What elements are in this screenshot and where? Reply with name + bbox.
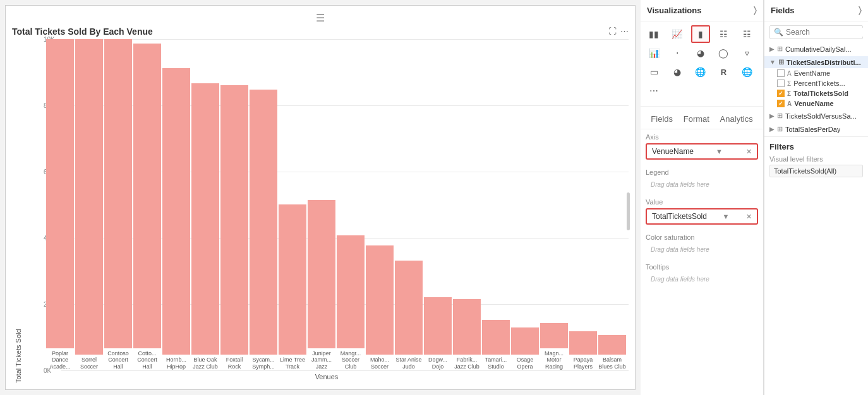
fields-panel-arrow[interactable]: 〉: [859, 5, 862, 16]
viz-more-icon[interactable]: ⋯: [644, 82, 663, 100]
bar-col[interactable]: Blue Oak Jazz Club: [191, 39, 219, 370]
viz-matrix-icon[interactable]: ☷: [737, 25, 756, 43]
bar[interactable]: [308, 200, 335, 348]
axis-field-close[interactable]: ✕: [746, 148, 752, 156]
bar[interactable]: [250, 90, 277, 355]
bar-col[interactable]: Mangr... Soccer Club: [337, 39, 365, 370]
bar[interactable]: [511, 327, 539, 355]
field-item[interactable]: ✓AVenueName: [764, 98, 868, 109]
viz-r-icon[interactable]: R: [714, 63, 733, 81]
bar[interactable]: [569, 331, 597, 355]
bar-col[interactable]: Hornb... HipHop: [162, 39, 190, 370]
viz-area-icon[interactable]: 📊: [644, 44, 663, 62]
bar-label: Hornb... HipHop: [162, 357, 190, 370]
bar[interactable]: [191, 83, 219, 355]
bar-col[interactable]: Maho... Soccer: [366, 39, 394, 370]
viz-card-icon[interactable]: ▭: [644, 63, 663, 81]
viz-table-icon[interactable]: ☷: [714, 25, 733, 43]
bar-col[interactable]: Cotto... Concert Hall: [133, 39, 161, 370]
more-options-icon[interactable]: ⋯: [620, 27, 629, 36]
field-item[interactable]: ✓ΣTotalTicketsSold: [764, 88, 868, 98]
field-item-label: EventName: [794, 69, 830, 77]
bar-col[interactable]: Tamari... Studio: [482, 39, 510, 370]
bar[interactable]: [424, 297, 452, 355]
bar[interactable]: [279, 204, 306, 355]
field-type-icon: A: [787, 100, 792, 107]
bar-col[interactable]: Lime Tree Track: [279, 39, 306, 370]
bar-col[interactable]: Contoso Concert Hall: [104, 39, 132, 370]
field-group: ▶⊞TicketsSoldVersusSa...: [764, 110, 868, 122]
bar-col[interactable]: Fabrik... Jazz Club: [453, 39, 481, 370]
field-checkbox[interactable]: [777, 69, 785, 77]
viz-bar-icon[interactable]: ▮: [691, 25, 710, 43]
bar-col[interactable]: Foxtail Rock: [220, 39, 248, 370]
field-group-name: TicketsSoldVersusSa...: [785, 112, 857, 120]
fields-search-box[interactable]: 🔍: [769, 25, 863, 39]
bar-col[interactable]: Sycam... Symph...: [250, 39, 277, 370]
field-group-header[interactable]: ▶⊞TotalSalesPerDay: [764, 123, 868, 135]
viz-donut-icon[interactable]: ◯: [714, 44, 733, 62]
bar[interactable]: [162, 68, 190, 355]
bar[interactable]: [133, 44, 161, 348]
viz-gauge-icon[interactable]: ◕: [668, 63, 687, 81]
bar-col[interactable]: Papaya Players: [569, 39, 597, 370]
table-icon: ⊞: [777, 112, 783, 120]
bar[interactable]: [540, 323, 568, 348]
chart-menu-icon[interactable]: ☰: [316, 12, 325, 24]
viz-panel-arrow[interactable]: 〉: [754, 5, 757, 16]
expand-icon[interactable]: ⛶: [608, 27, 617, 36]
axis-label: Axis: [646, 133, 758, 141]
bar[interactable]: [482, 320, 510, 355]
field-checkbox[interactable]: [777, 80, 785, 87]
axis-field-box[interactable]: VenueName ▼ ✕: [646, 143, 758, 160]
field-checkbox[interactable]: ✓: [777, 100, 785, 107]
bar[interactable]: [395, 261, 423, 355]
axis-field-dropdown[interactable]: ▼: [716, 148, 723, 155]
bar[interactable]: [46, 39, 74, 348]
viz-line-icon[interactable]: 📈: [668, 25, 687, 43]
viz-stacked-bar-icon[interactable]: ▮▮: [644, 25, 663, 43]
value-field-box[interactable]: TotalTicketsSold ▼ ✕: [646, 208, 758, 225]
viz-funnel-icon[interactable]: ▿: [737, 44, 756, 62]
field-group-name: TotalSalesPerDay: [785, 126, 840, 133]
value-field-close[interactable]: ✕: [746, 213, 752, 221]
bar-col[interactable]: Juniper Jamm... Jazz: [308, 39, 335, 370]
bar[interactable]: [220, 85, 248, 355]
bar[interactable]: [598, 335, 626, 355]
field-item-label: TotalTicketsSold: [793, 90, 848, 97]
bar-col[interactable]: Sorrel Soccer: [75, 39, 103, 370]
viz-globe-icon[interactable]: 🌐: [737, 63, 756, 81]
bar-col[interactable]: Osage Opera: [511, 39, 539, 370]
tab-analytics[interactable]: Analytics: [715, 112, 758, 126]
bar[interactable]: [337, 235, 365, 348]
value-field-dropdown[interactable]: ▼: [723, 213, 730, 220]
search-input[interactable]: [786, 28, 868, 37]
tab-format[interactable]: Format: [678, 112, 714, 126]
field-item-label: PercentTickets...: [793, 80, 845, 87]
viz-scatter-icon[interactable]: ⋅: [668, 44, 687, 62]
bar-col[interactable]: Star Anise Judo: [395, 39, 423, 370]
bar-col[interactable]: Magn... Motor Racing: [540, 39, 568, 370]
bar-col[interactable]: Poplar Dance Acade...: [46, 39, 74, 370]
bar[interactable]: [75, 39, 103, 355]
field-group-header[interactable]: ▶⊞TicketsSoldVersusSa...: [764, 110, 868, 122]
viz-panel-title: Visualizations: [647, 6, 701, 15]
bar-col[interactable]: Balsam Blues Club: [598, 39, 626, 370]
viz-map-icon[interactable]: 🌐: [691, 63, 710, 81]
search-icon: 🔍: [774, 28, 783, 37]
bar[interactable]: [453, 299, 481, 355]
tab-fields[interactable]: Fields: [646, 112, 678, 126]
field-group-header[interactable]: ▶⊞CumulativeDailySal...: [764, 43, 868, 55]
bar[interactable]: [366, 245, 394, 355]
scrollbar-thumb[interactable]: [627, 192, 630, 230]
bar-col[interactable]: Dogw... Dojo: [424, 39, 452, 370]
field-item[interactable]: ΣPercentTickets...: [764, 78, 868, 88]
field-checkbox[interactable]: ✓: [777, 90, 785, 97]
field-group-header[interactable]: ▼⊞TicketSalesDistributi...: [764, 56, 868, 68]
viz-pie-icon[interactable]: ◕: [691, 44, 710, 62]
filter-item[interactable]: TotalTicketsSold(All): [769, 165, 863, 177]
color-sat-hint: Drag data fields here: [646, 244, 758, 256]
field-item[interactable]: AEventName: [764, 68, 868, 78]
tooltips-hint: Drag data fields here: [646, 273, 758, 285]
bar[interactable]: [104, 39, 132, 348]
